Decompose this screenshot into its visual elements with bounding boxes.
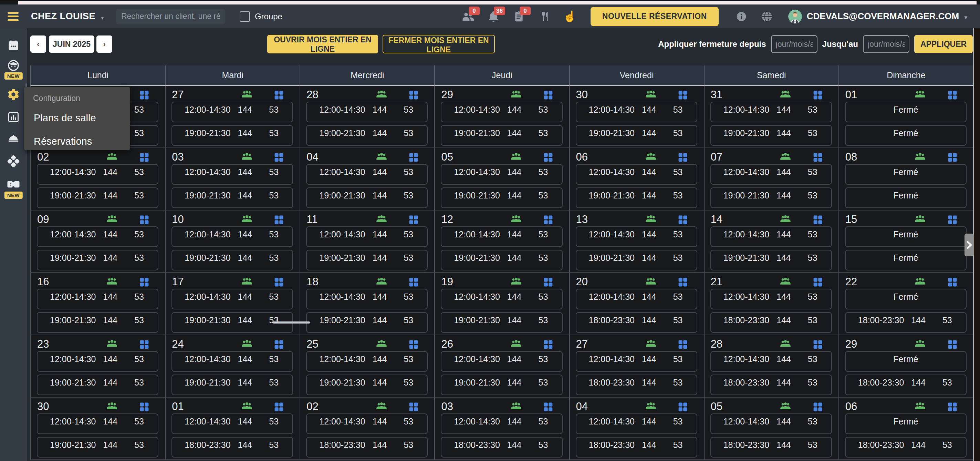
service-slot[interactable]: 19:00-21:30 144 53 <box>441 250 562 270</box>
service-slot[interactable]: 18:00-23:30 144 53 <box>172 437 293 458</box>
waitlist-button[interactable]: 0 <box>511 9 527 24</box>
avatar[interactable] <box>788 10 802 24</box>
calendar-day-cell[interactable]: 18 12:00-14:30 144 53 19:00-21:30 144 53 <box>299 273 434 335</box>
service-slot[interactable]: 19:00-21:30 144 53 <box>441 187 562 208</box>
service-slot[interactable]: 19:00-21:30 144 53 <box>576 187 697 208</box>
info-button[interactable] <box>734 9 749 24</box>
service-slot[interactable]: 19:00-21:30 144 53 <box>306 250 428 270</box>
service-slot[interactable]: 12:00-14:30 144 53 <box>441 351 562 372</box>
service-slot-closed[interactable]: Fermé <box>845 102 967 122</box>
sidebar-item-statistics[interactable] <box>6 110 20 124</box>
service-slot[interactable]: 12:00-14:30 144 53 <box>306 413 428 434</box>
calendar-day-cell[interactable]: 05 12:00-14:30 144 53 19:00-21:30 144 53 <box>434 148 569 211</box>
service-slot[interactable]: 12:00-14:30 144 53 <box>710 164 832 185</box>
calendar-day-cell[interactable]: 26 12:00-14:30 144 53 19:00-21:30 144 53 <box>434 335 569 397</box>
restaurant-services-button[interactable] <box>537 9 552 24</box>
service-slot[interactable]: 12:00-14:30 144 53 <box>172 227 293 247</box>
service-slot[interactable]: 12:00-14:30 144 53 <box>172 351 293 372</box>
service-slot[interactable]: 18:00-23:30 144 53 <box>710 375 832 395</box>
calendar-day-cell[interactable]: 02 12:00-14:30 144 53 18:00-23:30 144 53 <box>299 397 434 460</box>
service-slot[interactable]: 12:00-14:30 144 53 <box>576 164 697 185</box>
service-slot[interactable]: 12:00-14:30 144 53 <box>441 413 562 434</box>
service-slot[interactable]: 18:00-23:30 144 53 <box>576 437 697 458</box>
service-slot[interactable]: 12:00-14:30 144 53 <box>710 102 832 122</box>
restaurant-name[interactable]: CHEZ LOUISE <box>31 11 95 22</box>
calendar-day-cell[interactable]: 06 12:00-14:30 144 53 19:00-21:30 144 53 <box>569 148 704 211</box>
calendar-day-cell[interactable]: 06 Fermé 18:00-23:30 144 53 <box>838 397 973 460</box>
service-slot[interactable]: 19:00-21:30 144 53 <box>172 250 293 270</box>
calendar-day-cell[interactable]: 05 12:00-14:30 144 53 18:00-23:30 144 53 <box>704 397 838 460</box>
language-button[interactable] <box>759 9 775 24</box>
sidebar-item-configuration[interactable] <box>6 88 20 101</box>
service-slot[interactable]: 18:00-23:30 144 53 <box>845 437 967 458</box>
calendar-day-cell[interactable]: 03 12:00-14:30 144 53 19:00-21:30 144 53 <box>165 148 299 211</box>
calendar-day-cell[interactable]: 14 12:00-14:30 144 53 19:00-21:30 144 53 <box>704 211 838 273</box>
group-checkbox[interactable] <box>240 11 250 22</box>
calendar-day-cell[interactable]: 28 12:00-14:30 144 53 18:00-23:30 144 53 <box>704 335 838 397</box>
calendar-day-cell[interactable]: 10 12:00-14:30 144 53 19:00-21:30 144 53 <box>165 211 299 273</box>
calendar-day-cell[interactable]: 29 Fermé 18:00-23:30 144 53 <box>838 335 973 397</box>
service-slot[interactable]: 12:00-14:30 144 53 <box>576 227 697 247</box>
service-slot[interactable]: 12:00-14:30 144 53 <box>172 289 293 309</box>
service-slot[interactable]: 18:00-23:30 144 53 <box>576 375 697 395</box>
service-slot[interactable]: 12:00-14:30 144 53 <box>441 102 562 122</box>
service-slot[interactable]: 12:00-14:30 144 53 <box>441 289 562 309</box>
service-slot[interactable]: 12:00-14:30 144 53 <box>37 164 158 185</box>
service-slot[interactable]: 19:00-21:30 144 53 <box>441 125 562 146</box>
service-slot[interactable]: 12:00-14:30 144 53 <box>441 164 562 185</box>
calendar-day-cell[interactable]: 12 12:00-14:30 144 53 19:00-21:30 144 53 <box>434 211 569 273</box>
service-slot[interactable]: 12:00-14:30 144 53 <box>37 227 158 247</box>
calendar-day-cell[interactable]: 30 12:00-14:30 144 53 19:00-21:30 144 53 <box>569 86 704 148</box>
calendar-day-cell[interactable]: 04 12:00-14:30 144 53 19:00-21:30 144 53 <box>299 148 434 211</box>
calendar-day-cell[interactable]: 01 Fermé Fermé <box>838 86 973 148</box>
hand-pointer-button[interactable]: ☝ <box>562 9 578 24</box>
next-month-button[interactable]: › <box>96 35 112 53</box>
menu-item-floor-plans[interactable]: Plans de salle <box>34 112 96 124</box>
calendar-day-cell[interactable]: 11 12:00-14:30 144 53 19:00-21:30 144 53 <box>299 211 434 273</box>
service-slot[interactable]: 18:00-23:30 144 53 <box>710 312 832 333</box>
service-slot[interactable]: 18:00-23:30 144 53 <box>710 437 832 458</box>
service-slot[interactable]: 12:00-14:30 144 53 <box>306 289 428 309</box>
service-slot[interactable]: 12:00-14:30 144 53 <box>37 351 158 372</box>
service-slot[interactable]: 12:00-14:30 144 53 <box>306 102 428 122</box>
calendar-day-cell[interactable]: 09 12:00-14:30 144 53 19:00-21:30 144 53 <box>30 211 165 273</box>
calendar-day-cell[interactable]: 28 12:00-14:30 144 53 19:00-21:30 144 53 <box>299 86 434 148</box>
service-slot[interactable]: 19:00-21:30 144 53 <box>37 312 158 333</box>
service-slot-closed[interactable]: Fermé <box>845 187 967 208</box>
hamburger-menu-icon[interactable] <box>8 12 19 21</box>
calendar-day-cell[interactable]: 24 12:00-14:30 144 53 19:00-21:30 144 53 <box>165 335 299 397</box>
service-slot[interactable]: 12:00-14:30 144 53 <box>710 351 832 372</box>
service-slot[interactable]: 12:00-14:30 144 53 <box>576 413 697 434</box>
sidebar-item-services[interactable] <box>6 132 20 147</box>
calendar-day-cell[interactable]: 21 12:00-14:30 144 53 18:00-23:30 144 53 <box>704 273 838 335</box>
service-slot[interactable]: 12:00-14:30 144 53 <box>710 413 832 434</box>
service-slot[interactable]: 12:00-14:30 144 53 <box>710 227 832 247</box>
calendar-day-cell[interactable]: 29 12:00-14:30 144 53 19:00-21:30 144 53 <box>434 86 569 148</box>
service-slot-closed[interactable]: Fermé <box>845 351 967 372</box>
calendar-day-cell[interactable]: 08 Fermé Fermé <box>838 148 973 211</box>
service-slot[interactable]: 19:00-21:30 144 53 <box>441 375 562 395</box>
service-slot[interactable]: 19:00-21:30 144 53 <box>576 250 697 270</box>
service-slot[interactable]: 19:00-21:30 144 53 <box>710 187 832 208</box>
calendar-day-cell[interactable]: 04 12:00-14:30 144 53 18:00-23:30 144 53 <box>569 397 704 460</box>
service-slot[interactable]: 12:00-14:30 144 53 <box>37 289 158 309</box>
service-slot-closed[interactable]: Fermé <box>845 250 967 270</box>
service-slot[interactable]: 19:00-21:30 144 53 <box>710 250 832 270</box>
calendar-day-cell[interactable]: 27 12:00-14:30 144 53 19:00-21:30 144 53 <box>165 86 299 148</box>
calendar-day-cell[interactable]: 03 12:00-14:30 144 53 18:00-23:30 144 53 <box>434 397 569 460</box>
service-slot-closed[interactable]: Fermé <box>845 413 967 434</box>
service-slot-closed[interactable]: Fermé <box>845 227 967 247</box>
calendar-day-cell[interactable]: 27 12:00-14:30 144 53 18:00-23:30 144 53 <box>569 335 704 397</box>
sidebar-item-integrations[interactable] <box>6 154 20 168</box>
sidebar-item-agenda[interactable] <box>6 38 20 53</box>
sidebar-item-clients[interactable] <box>6 59 20 72</box>
guests-button[interactable]: 0 <box>460 9 476 24</box>
closure-from-input[interactable] <box>771 35 818 53</box>
service-slot[interactable]: 19:00-21:30 144 53 <box>37 375 158 395</box>
account-dropdown-caret-icon[interactable]: ▼ <box>963 14 968 20</box>
service-slot[interactable]: 18:00-23:30 144 53 <box>845 375 967 395</box>
service-slot[interactable]: 12:00-14:30 144 53 <box>306 227 428 247</box>
calendar-day-cell[interactable]: 15 Fermé Fermé <box>838 211 973 273</box>
service-slot[interactable]: 19:00-21:30 144 53 <box>172 187 293 208</box>
service-slot[interactable]: 19:00-21:30 144 53 <box>172 375 293 395</box>
